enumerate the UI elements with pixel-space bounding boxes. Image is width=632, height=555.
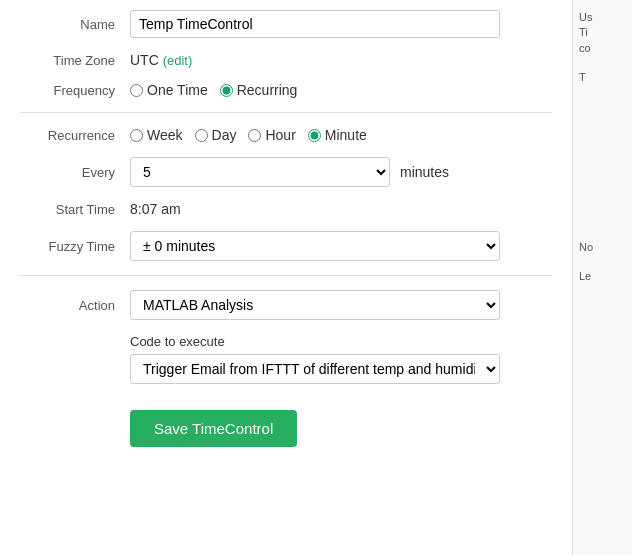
action-row: Action MATLAB Analysis Python Script R S…	[20, 290, 552, 320]
every-value-container: 1 2 3 4 5 10 15 30 minutes	[130, 157, 552, 187]
recurrence-day-label: Day	[212, 127, 237, 143]
recurrence-hour-radio[interactable]	[248, 129, 261, 142]
side-panel: Us Ti co T No Le	[572, 0, 632, 555]
every-row: Every 1 2 3 4 5 10 15 30 minutes	[20, 157, 552, 187]
timezone-row: Time Zone UTC (edit)	[20, 52, 552, 68]
frequency-one-time-label: One Time	[147, 82, 208, 98]
frequency-options: One Time Recurring	[130, 82, 552, 98]
name-label: Name	[20, 17, 130, 32]
divider-2	[20, 275, 552, 276]
name-row: Name	[20, 10, 552, 38]
name-input[interactable]	[130, 10, 500, 38]
recurrence-week[interactable]: Week	[130, 127, 183, 143]
recurrence-week-radio[interactable]	[130, 129, 143, 142]
code-value-container: Code to execute Trigger Email from IFTTT…	[130, 334, 552, 384]
frequency-recurring-label: Recurring	[237, 82, 298, 98]
frequency-row: Frequency One Time Recurring	[20, 82, 552, 98]
frequency-recurring[interactable]: Recurring	[220, 82, 298, 98]
side-text-2: T	[579, 70, 626, 85]
recurrence-day[interactable]: Day	[195, 127, 237, 143]
recurrence-week-label: Week	[147, 127, 183, 143]
main-panel: Name Time Zone UTC (edit) Frequency One …	[0, 0, 572, 555]
recurrence-label: Recurrence	[20, 128, 130, 143]
frequency-label: Frequency	[20, 83, 130, 98]
action-value-container: MATLAB Analysis Python Script R Script	[130, 290, 552, 320]
recurrence-minute-label: Minute	[325, 127, 367, 143]
every-label: Every	[20, 165, 130, 180]
fuzzy-time-value-container: ± 0 minutes ± 1 minute ± 2 minutes ± 5 m…	[130, 231, 552, 261]
name-value-container	[130, 10, 552, 38]
frequency-one-time[interactable]: One Time	[130, 82, 208, 98]
every-select[interactable]: 1 2 3 4 5 10 15 30	[130, 157, 390, 187]
every-unit: minutes	[400, 164, 449, 180]
page-container: Name Time Zone UTC (edit) Frequency One …	[0, 0, 632, 555]
recurrence-row: Recurrence Week Day Hour Minute	[20, 127, 552, 143]
frequency-recurring-radio[interactable]	[220, 84, 233, 97]
recurrence-hour-label: Hour	[265, 127, 295, 143]
recurrence-day-radio[interactable]	[195, 129, 208, 142]
code-row: Code to execute Trigger Email from IFTTT…	[20, 334, 552, 384]
frequency-one-time-radio[interactable]	[130, 84, 143, 97]
fuzzy-time-row: Fuzzy Time ± 0 minutes ± 1 minute ± 2 mi…	[20, 231, 552, 261]
side-text-4: Le	[579, 269, 626, 284]
timezone-edit-link[interactable]: (edit)	[163, 53, 193, 68]
action-select[interactable]: MATLAB Analysis Python Script R Script	[130, 290, 500, 320]
start-time-label: Start Time	[20, 202, 130, 217]
action-label: Action	[20, 298, 130, 313]
side-text-1: Us Ti co	[579, 10, 626, 56]
recurrence-minute-radio[interactable]	[308, 129, 321, 142]
start-time-value: 8:07 am	[130, 201, 552, 217]
save-button[interactable]: Save TimeControl	[130, 410, 297, 447]
divider-1	[20, 112, 552, 113]
recurrence-hour[interactable]: Hour	[248, 127, 295, 143]
code-label	[20, 334, 130, 340]
recurrence-minute[interactable]: Minute	[308, 127, 367, 143]
code-select[interactable]: Trigger Email from IFTTT of different te…	[130, 354, 500, 384]
fuzzy-time-label: Fuzzy Time	[20, 239, 130, 254]
timezone-value: UTC (edit)	[130, 52, 552, 68]
fuzzy-time-select[interactable]: ± 0 minutes ± 1 minute ± 2 minutes ± 5 m…	[130, 231, 500, 261]
side-text-3: No	[579, 240, 626, 255]
recurrence-options: Week Day Hour Minute	[130, 127, 552, 143]
start-time-row: Start Time 8:07 am	[20, 201, 552, 217]
save-button-container: Save TimeControl	[130, 400, 552, 447]
code-section-label: Code to execute	[130, 334, 552, 349]
timezone-label: Time Zone	[20, 53, 130, 68]
timezone-text: UTC	[130, 52, 159, 68]
